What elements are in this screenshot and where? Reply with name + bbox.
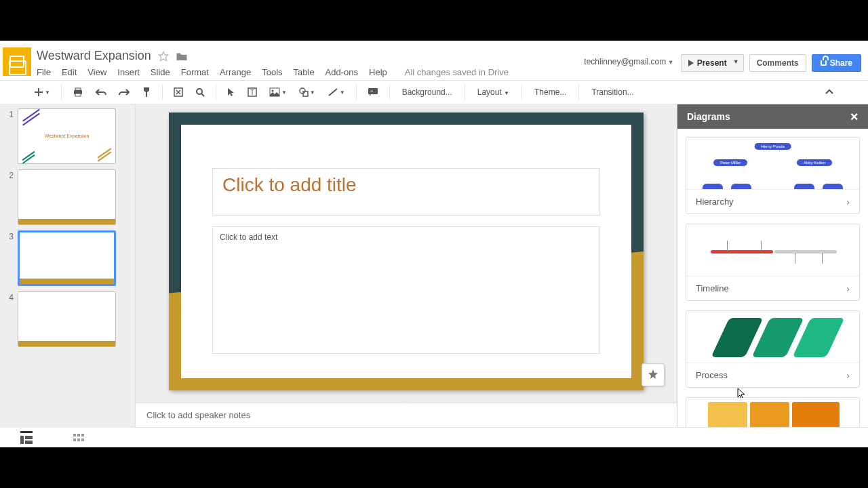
toolbar: ▼ T ▼ ▼ ▼ + Background... Layout ▼ Theme… xyxy=(0,80,868,104)
main-area: 1 Westward Expansion xyxy=(0,104,868,427)
present-button[interactable]: Present xyxy=(681,54,734,72)
menu-edit[interactable]: Edit xyxy=(62,67,77,77)
account-email[interactable]: techlinney@gmail.com xyxy=(584,57,673,66)
menu-arrange[interactable]: Arrange xyxy=(220,67,251,77)
new-slide-button[interactable]: ▼ xyxy=(30,85,54,100)
select-tool[interactable] xyxy=(223,85,239,100)
relationship-preview xyxy=(686,398,859,427)
svg-point-5 xyxy=(197,89,202,94)
svg-rect-2 xyxy=(75,88,81,90)
slide[interactable]: Click to add title Click to add text xyxy=(169,113,644,390)
canvas-area: Click to add title Click to add text ⋯ C… xyxy=(136,104,677,427)
timeline-preview xyxy=(686,224,859,276)
grid-view-button[interactable] xyxy=(73,434,84,442)
thumbnail-slide-3[interactable] xyxy=(18,230,116,286)
chevron-right-icon: › xyxy=(846,370,850,381)
svg-rect-16 xyxy=(25,441,33,444)
svg-rect-17 xyxy=(73,434,76,436)
menu-table[interactable]: Table xyxy=(294,67,315,77)
line-tool[interactable]: ▼ xyxy=(323,85,349,100)
lock-icon xyxy=(821,60,827,66)
transition-button[interactable]: Transition... xyxy=(586,85,639,100)
timeline-label: Timeline xyxy=(696,283,729,293)
menu-view[interactable]: View xyxy=(87,67,106,77)
play-icon xyxy=(688,60,694,66)
thumb1-title: Westward Expansion xyxy=(18,134,115,138)
svg-rect-18 xyxy=(77,434,80,436)
svg-marker-0 xyxy=(159,52,167,60)
thumb-number: 2 xyxy=(5,169,14,225)
textbox-tool[interactable]: T xyxy=(243,85,261,100)
slide-canvas[interactable]: Click to add title Click to add text xyxy=(136,104,677,399)
body-placeholder[interactable]: Click to add text xyxy=(212,226,600,354)
svg-text:T: T xyxy=(250,89,254,96)
slide-thumbnails[interactable]: 1 Westward Expansion xyxy=(0,104,136,427)
paint-format-button[interactable] xyxy=(138,84,155,100)
body-placeholder-text: Click to add text xyxy=(220,232,593,242)
diagram-card-process[interactable]: Process› xyxy=(686,310,860,388)
menu-format[interactable]: Format xyxy=(181,67,209,77)
zoom-fit-button[interactable] xyxy=(170,85,187,100)
collapse-toolbar-button[interactable] xyxy=(821,86,838,98)
theme-button[interactable]: Theme... xyxy=(529,85,572,100)
share-button[interactable]: Share xyxy=(812,54,861,72)
chevron-right-icon: › xyxy=(846,283,850,294)
thumbnail-slide-4[interactable] xyxy=(18,291,116,347)
diagram-card-hierarchy[interactable]: Henry Fonda Peter Miller Abby Kellen Hie… xyxy=(686,137,860,214)
comments-button[interactable]: Comments xyxy=(749,54,806,72)
menu-tools[interactable]: Tools xyxy=(262,67,282,77)
thumb-number: 3 xyxy=(5,230,14,286)
speaker-notes[interactable]: Click to add speaker notes xyxy=(136,403,677,427)
panel-title: Diagrams xyxy=(687,111,730,122)
document-title[interactable]: Westward Expansion xyxy=(37,49,151,63)
process-label: Process xyxy=(696,370,728,380)
thumbnail-slide-1[interactable]: Westward Expansion xyxy=(18,108,116,164)
diagram-card-timeline[interactable]: Timeline› xyxy=(686,224,860,301)
menu-help[interactable]: Help xyxy=(369,67,387,77)
shape-tool[interactable]: ▼ xyxy=(295,85,319,100)
svg-point-10 xyxy=(300,88,305,94)
filmstrip-view-button[interactable] xyxy=(20,431,33,444)
thumbnail-slide-2[interactable] xyxy=(18,169,116,225)
thumb-number: 1 xyxy=(5,108,14,164)
hierarchy-label: Hierarchy xyxy=(696,197,734,207)
zoom-button[interactable] xyxy=(191,85,209,100)
menu-bar: File Edit View Insert Slide Format Arran… xyxy=(37,63,584,77)
menu-addons[interactable]: Add-ons xyxy=(326,67,358,77)
comment-button[interactable]: + xyxy=(363,85,382,100)
explore-button[interactable] xyxy=(642,363,665,386)
footer xyxy=(0,427,868,447)
panel-body[interactable]: Henry Fonda Peter Miller Abby Kellen Hie… xyxy=(677,129,868,427)
background-button[interactable]: Background... xyxy=(397,85,458,100)
diagrams-panel: Diagrams ✕ Henry Fonda Peter Miller Abby… xyxy=(677,104,868,427)
star-icon[interactable] xyxy=(158,51,169,62)
title-placeholder[interactable]: Click to add title xyxy=(212,168,600,216)
app-logo[interactable] xyxy=(3,47,31,76)
speaker-notes-placeholder: Click to add speaker notes xyxy=(146,410,250,420)
folder-icon[interactable] xyxy=(176,51,188,62)
svg-rect-14 xyxy=(20,436,24,444)
menu-slide[interactable]: Slide xyxy=(151,67,170,77)
title-placeholder-text: Click to add title xyxy=(222,174,590,196)
menu-file[interactable]: File xyxy=(37,67,51,77)
panel-header: Diagrams ✕ xyxy=(677,104,868,129)
image-tool[interactable]: ▼ xyxy=(265,85,291,100)
svg-text:+: + xyxy=(370,88,374,94)
present-dropdown[interactable]: ▼ xyxy=(729,54,744,72)
svg-rect-22 xyxy=(81,439,84,441)
menu-insert[interactable]: Insert xyxy=(117,67,140,77)
svg-rect-3 xyxy=(75,94,81,96)
close-icon[interactable]: ✕ xyxy=(850,110,859,123)
svg-rect-19 xyxy=(81,434,84,436)
svg-rect-15 xyxy=(25,436,33,439)
print-button[interactable] xyxy=(68,85,87,100)
header: Westward Expansion File Edit View Insert… xyxy=(0,41,868,80)
hierarchy-preview: Henry Fonda Peter Miller Abby Kellen xyxy=(686,138,859,189)
app-frame: Westward Expansion File Edit View Insert… xyxy=(0,41,868,447)
svg-point-9 xyxy=(271,90,273,92)
svg-rect-20 xyxy=(73,439,76,441)
layout-button[interactable]: Layout ▼ xyxy=(472,85,515,100)
redo-button[interactable] xyxy=(115,85,134,99)
undo-button[interactable] xyxy=(92,85,111,99)
diagram-card-relationship[interactable]: Relationship› xyxy=(686,397,860,427)
